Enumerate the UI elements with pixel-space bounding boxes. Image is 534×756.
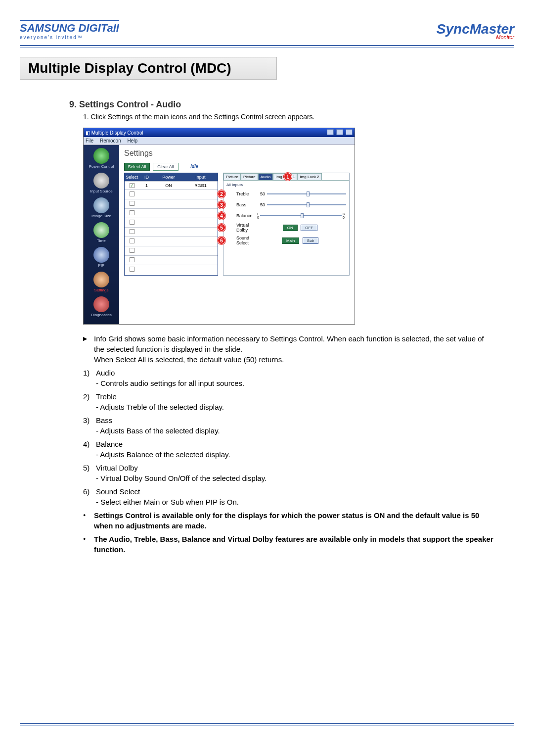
dolby-on-button[interactable]: ON	[283, 225, 298, 231]
input-icon	[93, 173, 109, 189]
slider-label: Balance	[236, 213, 256, 218]
sidebar-item-time[interactable]: Time	[93, 222, 109, 243]
sidebar-item-image-size[interactable]: Image Size	[91, 197, 111, 218]
row-checkbox[interactable]	[130, 248, 134, 253]
table-row[interactable]	[125, 208, 218, 218]
note-item: 2)Treble- Adjusts Treble of the selected…	[83, 391, 494, 412]
table-row[interactable]	[125, 227, 218, 236]
dolby-off-button[interactable]: OFF	[301, 225, 317, 231]
row-checkbox[interactable]	[130, 267, 134, 272]
slider-value: 50	[256, 202, 265, 207]
balance-left: L0	[257, 212, 259, 219]
note-caret: Info Grid shows some basic information n…	[83, 333, 494, 365]
treble-slider[interactable]	[267, 193, 346, 194]
row-checkbox[interactable]	[130, 210, 134, 215]
row-checkbox[interactable]	[130, 191, 134, 196]
slider-label: Treble	[236, 191, 256, 196]
tab-img-lock-2-4[interactable]: Img Lock 2	[297, 173, 321, 180]
sidebar-item-label: PIP	[93, 263, 109, 268]
tab-picture-1[interactable]: Picture	[241, 173, 258, 180]
slider-value: 50	[256, 191, 265, 196]
info-grid: Select ID Power Input 1ONRGB1	[124, 173, 218, 276]
pip-icon	[93, 247, 109, 263]
cell-power: ON	[154, 182, 183, 189]
cell-id: 1	[139, 182, 154, 189]
balance-slider[interactable]	[260, 215, 342, 216]
minimize-icon[interactable]	[327, 129, 334, 135]
table-row[interactable]	[125, 246, 218, 255]
sidebar-item-settings[interactable]: Settings	[93, 272, 109, 292]
idle-status: idle	[181, 163, 207, 171]
product-logo: SyncMaster Monitor	[437, 21, 514, 40]
row-checkbox[interactable]	[130, 201, 134, 206]
panel-subtab[interactable]: All Inputs	[226, 183, 346, 187]
power-icon	[93, 148, 109, 164]
sidebar-item-pip[interactable]: PIP	[93, 247, 109, 268]
table-row[interactable]	[125, 255, 218, 265]
slider-row-balance: 4BalanceL0R0	[226, 212, 346, 220]
menubar: File Remocon Help	[84, 137, 355, 145]
col-id: ID	[139, 173, 154, 181]
brand-tagline: everyone's invited™	[20, 35, 119, 40]
table-row[interactable]	[125, 265, 218, 274]
sound-sub-button[interactable]: Sub	[303, 237, 318, 244]
page-header: SAMSUNG DIGITall everyone's invited™ Syn…	[20, 20, 514, 45]
window-icon: ◧	[86, 130, 90, 136]
slider-row-bass: 3Bass50	[226, 201, 346, 209]
row-checkbox[interactable]	[130, 220, 134, 225]
badge-3: 3	[218, 201, 225, 209]
virtual-dolby-label: Virtual Dolby	[236, 223, 256, 233]
bass-slider[interactable]	[267, 204, 346, 205]
badge-5: 5	[218, 224, 225, 232]
table-row[interactable]: 1ONRGB1	[125, 181, 218, 189]
section-title: 9. Settings Control - Audio	[69, 99, 514, 110]
row-checkbox[interactable]	[130, 183, 134, 188]
divider-top	[20, 45, 514, 48]
table-row[interactable]	[125, 189, 218, 199]
clear-all-button[interactable]: Clear All	[153, 163, 178, 171]
menu-file[interactable]: File	[86, 138, 93, 143]
close-icon[interactable]	[346, 129, 353, 135]
settings-panel: PicturePictureAudioImg Lock 1Img Lock 2 …	[223, 173, 350, 276]
sound-select-label: Sound Select	[236, 236, 256, 245]
note-caret-text: Info Grid shows some basic information n…	[94, 334, 484, 364]
note-item: 4)Balance- Adjusts Balance of the select…	[83, 439, 494, 460]
divider-bottom	[20, 723, 514, 726]
menu-help[interactable]: Help	[128, 138, 138, 143]
note-item: 1)Audio- Controls audio settings for all…	[83, 368, 494, 388]
row-checkbox[interactable]	[130, 229, 134, 234]
cell-input: RGB1	[183, 182, 218, 189]
menu-remocon[interactable]: Remocon	[100, 138, 121, 143]
app-screenshot: ◧ Multiple Display Control File Remocon …	[83, 128, 355, 325]
table-row[interactable]	[125, 218, 218, 227]
col-input: Input	[183, 173, 218, 181]
table-row[interactable]	[125, 199, 218, 208]
brand-name: SAMSUNG DIGIT	[20, 22, 107, 34]
section-intro: 1. Click Settings of the main icons and …	[83, 113, 514, 121]
sidebar-item-input-source[interactable]: Input Source	[90, 173, 112, 193]
col-select: Select	[125, 173, 139, 181]
note-bullet: The Audio, Treble, Bass, Balance and Vir…	[83, 534, 494, 555]
tab-picture-0[interactable]: Picture	[223, 173, 241, 180]
sidebar-item-label: Input Source	[90, 189, 112, 193]
row-checkbox[interactable]	[130, 238, 134, 243]
maximize-icon[interactable]	[336, 129, 343, 135]
sidebar-item-power-control[interactable]: Power Control	[89, 148, 114, 169]
sidebar-item-diagnostics[interactable]: Diagnostics	[91, 296, 111, 317]
badge-1: 1	[284, 173, 292, 181]
window-titlebar: ◧ Multiple Display Control	[84, 128, 355, 137]
select-all-button[interactable]: Select All	[124, 163, 150, 171]
time-icon	[93, 222, 109, 238]
sidebar: Power ControlInput SourceImage SizeTimeP…	[84, 145, 119, 324]
diagnostics-icon	[93, 296, 109, 312]
row-checkbox[interactable]	[130, 257, 134, 262]
note-bullet: Settings Control is available only for t…	[83, 510, 494, 531]
tab-audio-2[interactable]: Audio	[258, 173, 273, 180]
slider-label: Bass	[236, 202, 256, 207]
table-row[interactable]	[125, 236, 218, 246]
brand-suffix: all	[107, 22, 119, 34]
sound-main-button[interactable]: Main	[282, 237, 299, 244]
note-item: 6)Sound Select- Select either Main or Su…	[83, 486, 494, 507]
main-title: Settings	[124, 149, 350, 158]
balance-right: R0	[343, 212, 345, 219]
